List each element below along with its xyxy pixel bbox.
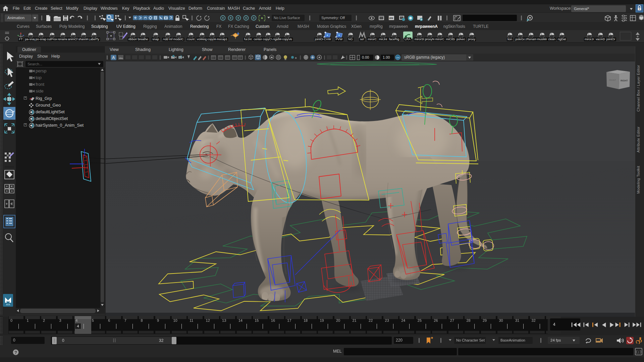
svg-text:FRONT: FRONT bbox=[609, 79, 616, 81]
svg-text:ON: ON bbox=[396, 57, 399, 59]
svg-text:?: ? bbox=[14, 350, 17, 355]
svg-text:IPR: IPR bbox=[389, 17, 393, 19]
svg-text:AYA: AYA bbox=[6, 303, 10, 306]
svg-text:A: A bbox=[112, 55, 115, 60]
svg-text:{;}: {;} bbox=[636, 350, 642, 354]
svg-text:RIGHT: RIGHT bbox=[621, 79, 628, 82]
